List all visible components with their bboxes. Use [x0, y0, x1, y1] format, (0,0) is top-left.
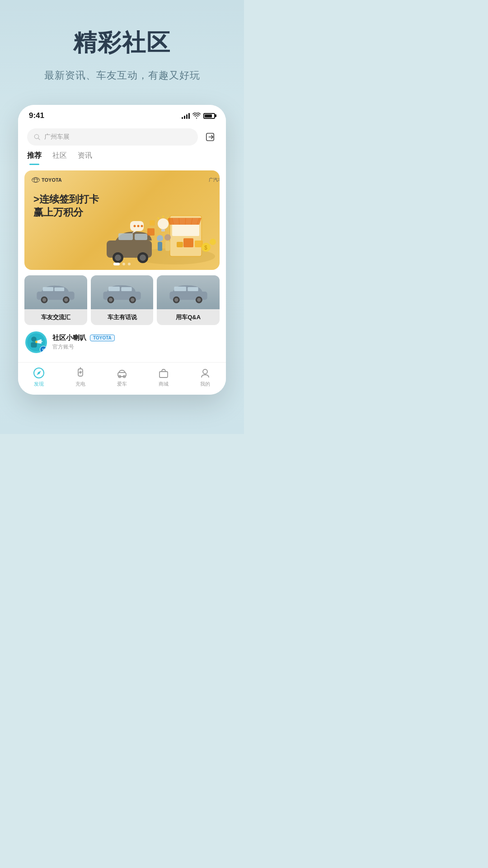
svg-rect-20	[118, 233, 133, 240]
tab-recommend[interactable]: 推荐	[27, 151, 42, 165]
svg-rect-29	[165, 241, 170, 251]
nav-discover[interactable]: 发现	[18, 367, 60, 387]
signal-icon	[182, 113, 190, 119]
nav-discover-label: 发现	[34, 381, 44, 387]
svg-point-25	[140, 255, 146, 261]
hero-section: 精彩社区 最新资讯、车友互动，有趣又好玩	[0, 0, 244, 91]
svg-point-23	[115, 255, 121, 261]
svg-point-48	[42, 298, 46, 302]
post-name-row: 社区小喇叭 TOYOTA	[52, 334, 219, 342]
svg-rect-34	[150, 220, 155, 226]
banner-main-text-1: >连续签到打卡	[33, 193, 99, 206]
avatar-badge: v	[40, 346, 47, 353]
tabs-row: 推荐 社区 资讯	[18, 149, 226, 165]
battery-icon	[203, 113, 215, 119]
bottom-nav: 发现 充电	[18, 362, 226, 395]
post-info: 社区小喇叭 TOYOTA 官方账号	[52, 334, 219, 351]
post-subtext: 官方账号	[52, 343, 219, 351]
outer-page: 精彩社区 最新资讯、车友互动，有趣又好玩 9:41	[0, 0, 244, 434]
nav-shop[interactable]: 商城	[143, 367, 184, 387]
search-placeholder: 广州车展	[44, 133, 70, 141]
status-bar: 9:41	[18, 105, 226, 124]
dot-3	[128, 263, 131, 265]
dot-2	[122, 263, 125, 265]
svg-rect-52	[108, 287, 120, 291]
banner-container[interactable]: TOYOTA 广汽丰田 >连续签到打卡 赢上万积分	[24, 170, 220, 270]
svg-point-43	[141, 225, 143, 227]
svg-line-38	[158, 217, 159, 219]
hero-title-text: 精彩社区	[73, 29, 171, 56]
category-img-3	[157, 275, 220, 309]
svg-rect-36	[161, 229, 165, 231]
post-username: 社区小喇叭	[52, 334, 86, 342]
nav-profile[interactable]: 我的	[184, 367, 226, 387]
svg-point-5	[34, 178, 37, 183]
avatar: v	[25, 331, 47, 353]
nav-charge[interactable]: 充电	[60, 367, 101, 387]
dot-1	[113, 263, 120, 265]
category-label-2: 车主有话说	[91, 313, 154, 321]
category-card-2[interactable]: 车主有话说	[91, 275, 154, 325]
nav-car[interactable]: 爱车	[101, 367, 143, 387]
charge-icon	[75, 367, 86, 379]
svg-rect-33	[147, 228, 155, 236]
svg-rect-60	[188, 287, 198, 291]
banner-text-area: >连续签到打卡 赢上万积分	[33, 193, 99, 219]
post-item[interactable]: v 社区小喇叭 TOYOTA 官方账号	[18, 325, 226, 358]
hero-title: 精彩社区	[73, 27, 171, 59]
category-card-1[interactable]: 车友交流汇	[24, 275, 87, 325]
category-label-1: 车友交流汇	[24, 313, 87, 321]
svg-point-77	[203, 369, 207, 374]
nav-shop-label: 商城	[159, 381, 169, 387]
search-box[interactable]: 广州车展	[27, 128, 198, 146]
share-icon[interactable]	[203, 130, 217, 144]
car-icon	[116, 367, 128, 379]
svg-point-70	[38, 372, 40, 374]
svg-point-4	[32, 178, 40, 183]
svg-rect-21	[135, 234, 147, 240]
svg-rect-45	[43, 287, 53, 291]
category-card-3[interactable]: 用车Q&A	[157, 275, 220, 325]
svg-rect-68	[35, 341, 37, 343]
category-img-1	[24, 275, 87, 309]
category-row: 车友交流汇 车主有话说	[18, 270, 226, 325]
svg-text:$: $	[204, 245, 207, 251]
svg-rect-16	[183, 238, 193, 247]
svg-point-26	[157, 235, 163, 241]
nav-car-label: 爱车	[117, 381, 127, 387]
profile-icon	[199, 367, 211, 379]
banner-dots	[113, 263, 131, 265]
svg-point-32	[210, 239, 216, 245]
svg-point-41	[134, 225, 136, 227]
tab-community[interactable]: 社区	[52, 151, 67, 165]
phone-mockup: 9:41	[18, 105, 226, 395]
svg-rect-59	[174, 287, 186, 291]
tab-news[interactable]: 资讯	[78, 151, 92, 165]
svg-point-55	[109, 298, 113, 302]
svg-rect-53	[121, 287, 131, 291]
banner-illustration: $	[93, 189, 220, 270]
search-icon	[33, 133, 41, 141]
search-area: 广州车展	[18, 124, 226, 149]
banner-main-text-2: 赢上万积分	[33, 206, 99, 219]
svg-rect-18	[177, 242, 183, 247]
category-img-2	[91, 275, 154, 309]
banner-logo-area: TOYOTA 广汽丰田	[32, 177, 220, 183]
toyota-logo-left: TOYOTA	[32, 177, 62, 183]
status-icons	[182, 113, 215, 119]
toyota-badge: TOYOTA	[90, 335, 115, 341]
hero-subtitle: 最新资讯、车友互动，有趣又好玩	[44, 69, 200, 82]
svg-point-57	[131, 298, 134, 302]
discover-icon	[33, 367, 45, 379]
svg-line-1	[38, 138, 40, 140]
status-time: 9:41	[29, 111, 44, 120]
wifi-icon	[192, 113, 201, 119]
svg-point-64	[197, 298, 201, 302]
svg-rect-27	[158, 242, 162, 251]
svg-point-62	[174, 298, 178, 302]
svg-rect-67	[31, 342, 37, 348]
svg-point-28	[164, 234, 171, 241]
svg-point-35	[158, 218, 169, 229]
svg-point-42	[137, 225, 140, 227]
nav-charge-label: 充电	[75, 381, 85, 387]
